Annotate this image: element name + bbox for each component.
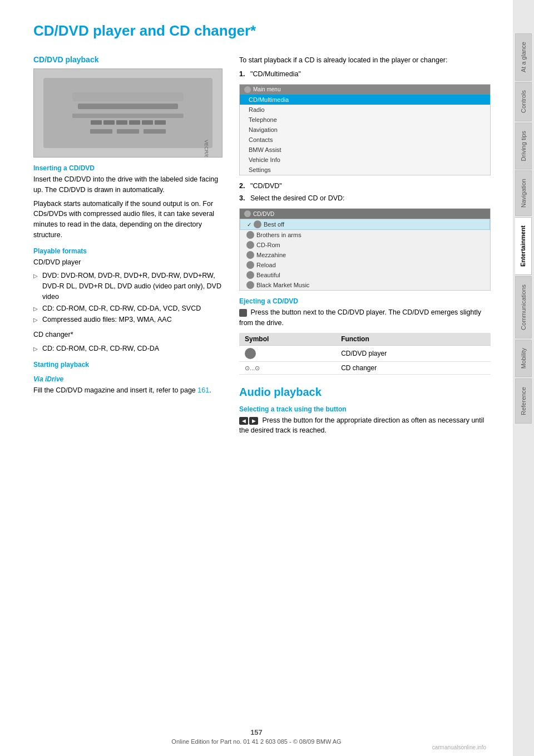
cd-menu-mezzahine: Mezzahine bbox=[240, 250, 490, 260]
menu-item-vehicle-info: Vehicle Info bbox=[240, 155, 490, 165]
via-idrive-text: Fill the CD/DVD magazine and insert it, … bbox=[33, 385, 222, 396]
steps-list: 1. "CD/Multimedia" bbox=[239, 69, 491, 80]
right-column: To start playback if a CD is already loc… bbox=[239, 55, 491, 439]
function-col-header: Function bbox=[335, 333, 491, 346]
menu-item-radio: Radio bbox=[240, 105, 490, 115]
cd-dvd-menu-screenshot: CD/DVD ✓ Best off Brothers in arms CD-Ro… bbox=[239, 208, 491, 291]
dvd-formats-list: DVD: DVD-ROM, DVD-R, DVD+R, DVD-RW, DVD+… bbox=[33, 271, 222, 325]
right-arrow-button: ▶ bbox=[249, 417, 258, 425]
cd-menu-cd-rom: CD-Rom bbox=[240, 240, 490, 250]
page-title: CD/DVD player and CD changer* bbox=[33, 22, 491, 40]
compressed-format-item: Compressed audio files: MP3, WMA, AAC bbox=[33, 315, 222, 325]
cd-menu-reload: Reload bbox=[240, 260, 490, 270]
cd-changer-label: CD changer* bbox=[33, 330, 222, 340]
selecting-track-text: ◀ ▶ Press the button for the appropriate… bbox=[239, 415, 491, 436]
cd-changer-function: CD changer bbox=[335, 361, 491, 374]
table-row: ⊙...⊙ CD changer bbox=[239, 361, 491, 374]
sidebar-tab-communications[interactable]: Communications bbox=[515, 276, 532, 338]
cd-format-item: CD: CD-ROM, CD-R, CD-RW, CD-DA, VCD, SVC… bbox=[33, 303, 222, 314]
playable-formats-heading: Playable formats bbox=[33, 247, 222, 255]
sidebar: At a glance Controls Driving tips Naviga… bbox=[513, 0, 534, 756]
menu-item-telephone: Telephone bbox=[240, 115, 490, 125]
dvd-format-item: DVD: DVD-ROM, DVD-R, DVD+R, DVD-RW, DVD+… bbox=[33, 271, 222, 302]
page-link[interactable]: 161 bbox=[197, 386, 209, 394]
selecting-track-heading: Selecting a track using the button bbox=[239, 405, 491, 413]
menu-item-settings: Settings bbox=[240, 165, 490, 175]
menu-item-cd-multimedia: CD/Multimedia bbox=[240, 95, 490, 105]
step-2: 2. "CD/DVD" bbox=[239, 181, 491, 192]
sidebar-tab-controls[interactable]: Controls bbox=[515, 82, 532, 121]
eject-button-icon bbox=[239, 309, 247, 317]
menu-item-contacts: Contacts bbox=[240, 135, 490, 145]
step-3: 3. Select the desired CD or DVD: bbox=[239, 193, 491, 204]
menu-item-navigation: Navigation bbox=[240, 125, 490, 135]
playback-intro: To start playback if a CD is already loc… bbox=[239, 55, 491, 66]
step-1: 1. "CD/Multimedia" bbox=[239, 69, 491, 80]
inserting-text2: Playback starts automatically if the sou… bbox=[33, 199, 222, 240]
left-column: CD/DVD playback bbox=[33, 55, 222, 439]
watermark: carmanualsonline.info bbox=[432, 744, 486, 750]
cd-menu-best-off: ✓ Best off bbox=[240, 219, 490, 230]
sidebar-tab-entertainment[interactable]: Entertainment bbox=[515, 217, 532, 275]
steps-list-2: 2. "CD/DVD" 3. Select the desired CD or … bbox=[239, 181, 491, 204]
table-row: CD/DVD player bbox=[239, 345, 491, 361]
audio-section: Audio playback Selecting a track using t… bbox=[239, 386, 491, 436]
menu-item-bmw-assist: BMW Assist bbox=[240, 145, 490, 155]
left-arrow-button: ◀ bbox=[239, 417, 248, 425]
ejecting-text: Press the button next to the CD/DVD play… bbox=[239, 307, 491, 328]
starting-playback-heading: Starting playback bbox=[33, 361, 222, 369]
cd-dvd-player-label: CD/DVD player bbox=[33, 257, 222, 268]
page-footer: 157 Online Edition for Part no. 01 41 2 … bbox=[0, 728, 513, 745]
sidebar-tab-reference[interactable]: Reference bbox=[515, 379, 532, 424]
symbol-col-header: Symbol bbox=[239, 333, 335, 346]
cd-changer-format-item: CD: CD-ROM, CD-R, CD-RW, CD-DA bbox=[33, 343, 222, 354]
button-symbols: ◀ ▶ bbox=[239, 417, 258, 425]
main-content: CD/DVD player and CD changer* CD/DVD pla… bbox=[0, 0, 513, 756]
symbol-table: Symbol Function CD/DVD player bbox=[239, 333, 491, 375]
cd-changer-list: CD: CD-ROM, CD-R, CD-RW, CD-DA bbox=[33, 343, 222, 354]
sidebar-tab-mobility[interactable]: Mobility bbox=[515, 340, 532, 377]
sidebar-tab-navigation[interactable]: Navigation bbox=[515, 170, 532, 216]
cd-menu-black-market: Black Market Music bbox=[240, 280, 490, 290]
audio-playback-heading: Audio playback bbox=[239, 386, 491, 399]
via-idrive-heading: Via iDrive bbox=[33, 375, 222, 383]
cd-dvd-player-symbol bbox=[239, 345, 335, 361]
cd-player-image: VECR/64N bbox=[33, 68, 222, 158]
cd-dvd-player-function: CD/DVD player bbox=[335, 345, 491, 361]
cd-menu-beautiful: Beautiful bbox=[240, 270, 490, 280]
main-menu-screenshot: Main menu CD/Multimedia Radio Telephone … bbox=[239, 84, 491, 175]
inserting-text1: Insert the CD/DVD into the drive with th… bbox=[33, 174, 222, 195]
sidebar-tab-at-a-glance[interactable]: At a glance bbox=[515, 33, 532, 81]
ejecting-heading: Ejecting a CD/DVD bbox=[239, 297, 491, 305]
page-number: 157 bbox=[0, 728, 513, 737]
sidebar-tab-driving-tips[interactable]: Driving tips bbox=[515, 122, 532, 169]
footer-text: Online Edition for Part no. 01 41 2 603 … bbox=[171, 738, 341, 745]
cd-dvd-playback-heading: CD/DVD playback bbox=[33, 55, 222, 64]
cd-changer-symbol: ⊙...⊙ bbox=[239, 361, 335, 374]
inserting-heading: Inserting a CD/DVD bbox=[33, 164, 222, 172]
cd-menu-brothers: Brothers in arms bbox=[240, 230, 490, 240]
